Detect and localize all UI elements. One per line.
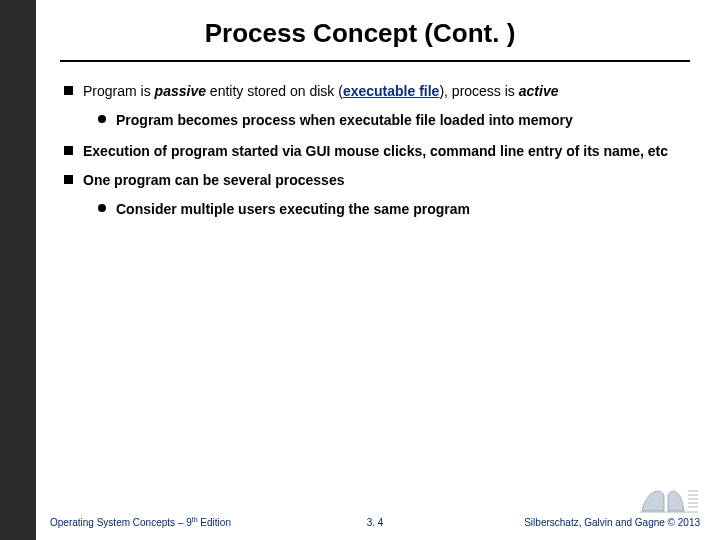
text-fragment: entity stored on disk (	[206, 83, 343, 99]
text-fragment: ), process is	[439, 83, 518, 99]
bullet-text: One program can be several processes	[83, 171, 690, 190]
left-side-band	[0, 0, 36, 540]
bullet-text: Execution of program started via GUI mou…	[83, 142, 690, 161]
bullet-text: Program is passive entity stored on disk…	[83, 82, 690, 101]
footer-book-title-a: Operating System Concepts – 9	[50, 517, 192, 528]
square-bullet-icon	[64, 86, 73, 95]
text-executable-file: executable file	[343, 83, 440, 99]
slide-content: Program is passive entity stored on disk…	[64, 82, 690, 230]
footer-copyright: Silberschatz, Galvin and Gagne © 2013	[524, 517, 700, 528]
bullet-text: Consider multiple users executing the sa…	[116, 200, 690, 219]
slide-title: Process Concept (Cont. )	[0, 18, 720, 49]
footer-left: Operating System Concepts – 9th Edition	[50, 516, 267, 528]
text-fragment: Program is	[83, 83, 155, 99]
title-underline	[60, 60, 690, 62]
slide: Process Concept (Cont. ) Program is pass…	[0, 0, 720, 540]
bullet-text: Program becomes process when executable …	[116, 111, 690, 130]
slide-footer: Operating System Concepts – 9th Edition …	[50, 481, 700, 528]
bullet-level2: Program becomes process when executable …	[98, 111, 690, 130]
dinosaur-logo-icon	[638, 481, 700, 515]
bullet-level1: Program is passive entity stored on disk…	[64, 82, 690, 101]
square-bullet-icon	[64, 175, 73, 184]
circle-bullet-icon	[98, 115, 106, 123]
bullet-level1: Execution of program started via GUI mou…	[64, 142, 690, 161]
square-bullet-icon	[64, 146, 73, 155]
bullet-level1: One program can be several processes	[64, 171, 690, 190]
bullet-level2: Consider multiple users executing the sa…	[98, 200, 690, 219]
circle-bullet-icon	[98, 204, 106, 212]
footer-right: Silberschatz, Galvin and Gagne © 2013	[483, 481, 700, 528]
text-active: active	[519, 83, 559, 99]
footer-book-title-b: Edition	[198, 517, 231, 528]
footer-page-number: 3. 4	[267, 517, 484, 528]
text-passive: passive	[155, 83, 206, 99]
